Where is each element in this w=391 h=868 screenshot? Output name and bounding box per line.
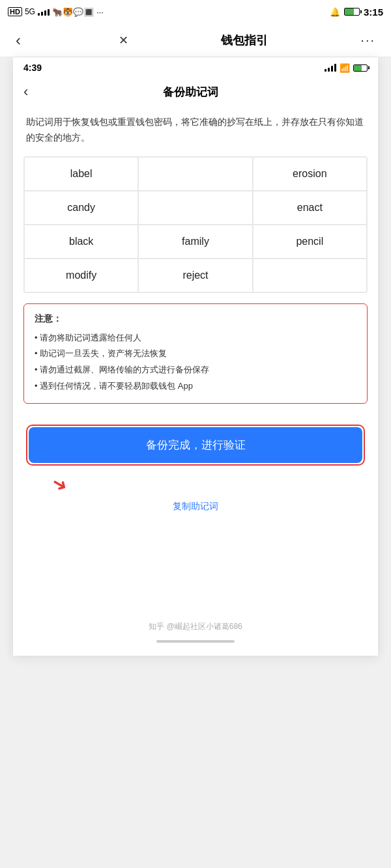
warning-item-3: • 请勿通过截屏、网络传输的方式进行备份保存	[35, 362, 356, 378]
copy-mnemonic-link[interactable]: 复制助记词	[173, 501, 218, 511]
description-area: 助记词用于恢复钱包或重置钱包密码，将它准确的抄写在纸上，并存放在只有你知道的安全…	[13, 108, 378, 156]
inner-status-bar: 4:39 📶	[13, 57, 378, 78]
bottom-home-bar	[156, 640, 235, 643]
mnemonic-word-9: pencil	[253, 225, 366, 258]
backup-btn-outline: 备份完成，进行验证	[26, 425, 365, 466]
inner-wifi-icon: 📶	[340, 63, 350, 73]
inner-nav: ‹ 备份助记词	[13, 78, 378, 108]
outer-back-button[interactable]: ‹	[10, 29, 26, 52]
outer-nav-bar: ‹ ✕ 钱包指引 ···	[0, 23, 391, 57]
inner-back-button[interactable]: ‹	[23, 83, 28, 100]
arrow-area: ➜	[13, 471, 378, 495]
mnemonic-word-2	[139, 158, 252, 190]
inner-nav-title: 备份助记词	[33, 85, 348, 100]
inner-time: 4:39	[23, 63, 42, 73]
outer-nav-title: 钱包指引	[221, 33, 268, 48]
mnemonic-word-6: enact	[253, 191, 366, 224]
phone-frame: 4:39 📶 ‹ 备份助记词 助记词用于恢复钱包或重置钱包密码，将它准确的抄写在…	[13, 57, 378, 656]
mnemonic-word-8: family	[139, 225, 252, 258]
warning-item-4: • 遇到任何情况，请不要轻易卸载钱包 App	[35, 378, 356, 395]
bottom-area: 知乎 @崛起社区小诸葛686	[13, 525, 378, 656]
signal-label: 5G	[25, 7, 35, 16]
signal-icon	[38, 8, 50, 16]
more-dots: ···	[96, 7, 104, 17]
warning-item-1: • 请勿将助记词透露给任何人	[35, 330, 356, 346]
backup-btn-area: 备份完成，进行验证	[13, 414, 378, 471]
mnemonic-word-7: black	[25, 225, 138, 258]
inner-status-right: 📶	[325, 63, 368, 73]
hd-label: HD	[8, 7, 22, 16]
mnemonic-word-1: label	[25, 158, 138, 190]
bell-icon: 🔔	[330, 7, 340, 17]
attribution-text: 知乎 @崛起社区小诸葛686	[149, 621, 242, 632]
mnemonic-word-11: reject	[139, 259, 252, 292]
warning-title: 注意：	[35, 313, 356, 325]
outer-status-left: HD 5G 🐂🐯💬🔳 ···	[8, 7, 104, 17]
inner-battery-icon	[353, 64, 368, 72]
outer-battery-icon	[344, 8, 360, 16]
copy-link-area: 复制助记词	[13, 495, 378, 525]
mnemonic-word-5	[139, 191, 252, 224]
mnemonic-word-10: modify	[25, 259, 138, 292]
apps-icons: 🐂🐯💬🔳	[52, 7, 94, 17]
outer-status-bar: HD 5G 🐂🐯💬🔳 ··· 🔔 3:15	[0, 0, 391, 23]
mnemonic-word-3: erosion	[253, 158, 366, 190]
backup-button[interactable]: 备份完成，进行验证	[29, 427, 362, 463]
outer-close-button[interactable]: ✕	[113, 31, 134, 50]
mnemonic-word-4: candy	[25, 191, 138, 224]
warning-box: 注意： • 请勿将助记词透露给任何人 • 助记词一旦丢失，资产将无法恢复 • 请…	[23, 303, 368, 404]
mnemonic-grid-container: label erosion candy enact black family p…	[23, 156, 368, 293]
outer-time: 3:15	[364, 7, 383, 18]
mnemonic-word-12	[253, 259, 366, 292]
warning-item-2: • 助记词一旦丢失，资产将无法恢复	[35, 346, 356, 362]
description-text: 助记词用于恢复钱包或重置钱包密码，将它准确的抄写在纸上，并存放在只有你知道的安全…	[26, 115, 365, 146]
inner-signal-icon	[325, 64, 336, 72]
mnemonic-grid: label erosion candy enact black family p…	[25, 158, 366, 292]
outer-status-right: 🔔 3:15	[330, 7, 383, 18]
arrow-icon: ➜	[48, 471, 71, 497]
outer-more-button[interactable]: ···	[355, 30, 381, 50]
